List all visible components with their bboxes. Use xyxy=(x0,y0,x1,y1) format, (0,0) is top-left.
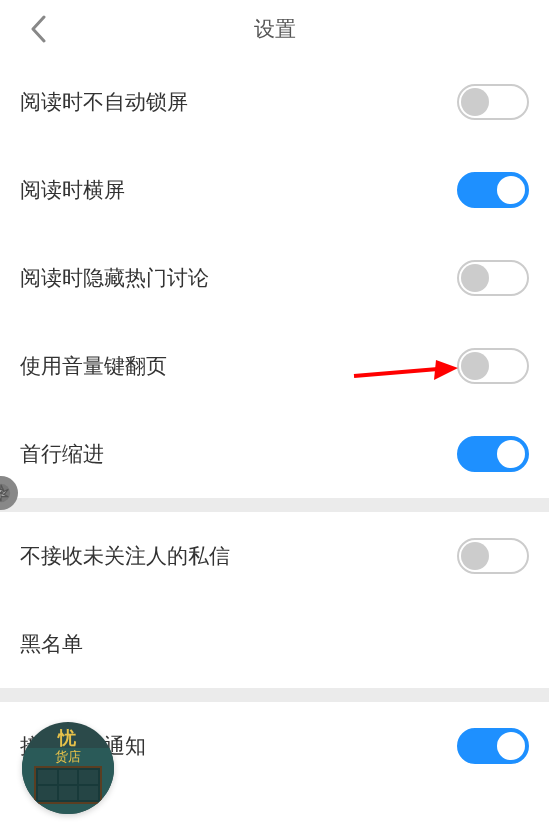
label-no-dm: 不接收未关注人的私信 xyxy=(20,542,230,570)
label-blacklist: 黑名单 xyxy=(20,630,83,658)
row-volume-page: 使用音量键翻页 xyxy=(0,322,549,410)
toggle-volume-page[interactable] xyxy=(457,348,529,384)
toggle-indent[interactable] xyxy=(457,436,529,472)
floating-book-bubble[interactable]: 忧 货店 xyxy=(22,722,114,814)
book-shelf-icon xyxy=(34,766,102,804)
chevron-left-icon xyxy=(30,15,48,43)
book-title-sub: 货店 xyxy=(55,748,81,766)
label-auto-lock: 阅读时不自动锁屏 xyxy=(20,88,188,116)
row-blacklist[interactable]: 黑名单 xyxy=(0,600,549,688)
toggle-landscape[interactable] xyxy=(457,172,529,208)
back-button[interactable] xyxy=(24,14,54,44)
section-divider xyxy=(0,498,549,512)
label-landscape: 阅读时横屏 xyxy=(20,176,125,204)
label-hide-discussion: 阅读时隐藏热门讨论 xyxy=(20,264,209,292)
section-divider xyxy=(0,688,549,702)
label-indent: 首行缩进 xyxy=(20,440,104,468)
page-title: 设置 xyxy=(254,15,296,43)
book-title-top: 忧 xyxy=(58,726,78,750)
row-no-dm: 不接收未关注人的私信 xyxy=(0,512,549,600)
toggle-auto-lock[interactable] xyxy=(457,84,529,120)
label-volume-page: 使用音量键翻页 xyxy=(20,352,167,380)
row-auto-lock: 阅读时不自动锁屏 xyxy=(0,58,549,146)
row-landscape: 阅读时横屏 xyxy=(0,146,549,234)
toggle-push[interactable] xyxy=(457,728,529,764)
row-indent: 首行缩进 xyxy=(0,410,549,498)
settings-list: 阅读时不自动锁屏 阅读时横屏 阅读时隐藏热门讨论 使用音量键翻页 首行缩进 不接… xyxy=(0,58,549,790)
toggle-hide-discussion[interactable] xyxy=(457,260,529,296)
toggle-no-dm[interactable] xyxy=(457,538,529,574)
row-hide-discussion: 阅读时隐藏热门讨论 xyxy=(0,234,549,322)
